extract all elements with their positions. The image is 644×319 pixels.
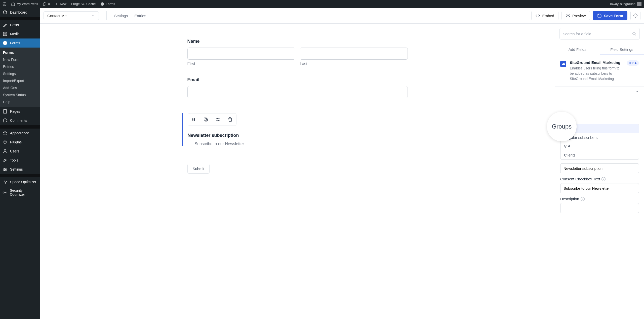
new-link[interactable]: New: [54, 2, 66, 6]
purge-cache-link[interactable]: Purge SG Cache: [71, 2, 96, 6]
avatar: [637, 2, 641, 6]
site-name: My WordPress: [17, 2, 38, 6]
wp-logo[interactable]: [3, 2, 7, 6]
user-greeting[interactable]: Howdy, siteground: [609, 2, 641, 6]
site-link[interactable]: My WordPress: [11, 2, 38, 6]
admin-bar: My WordPress 0 New Purge SG Cache Forms …: [0, 0, 644, 8]
comments-link[interactable]: 0: [43, 2, 50, 6]
forms-link[interactable]: Forms: [100, 2, 115, 6]
comments-count: 0: [48, 2, 50, 6]
svg-point-1: [101, 2, 104, 6]
